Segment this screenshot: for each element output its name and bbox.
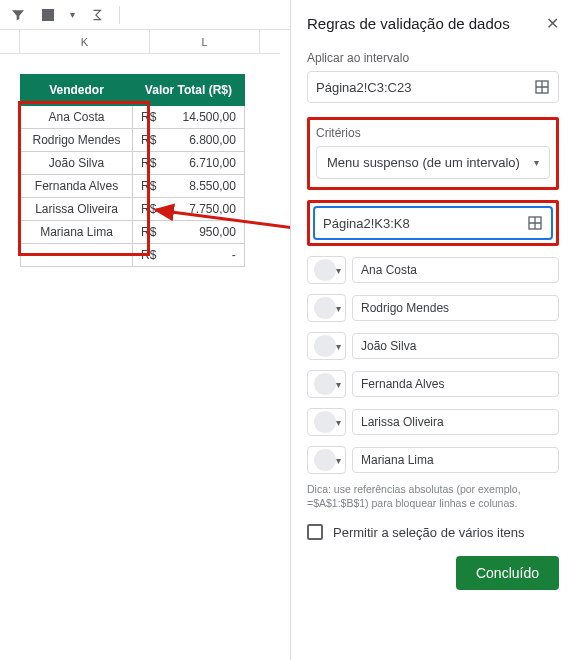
- filter-icon[interactable]: [10, 7, 26, 23]
- checkbox-icon: [307, 524, 323, 540]
- table-row[interactable]: Fernanda AlvesR$8.550,00: [21, 175, 245, 198]
- option-row: ▾ João Silva: [307, 332, 559, 360]
- option-row: ▾ Larissa Oliveira: [307, 408, 559, 436]
- column-headers: K L: [0, 30, 280, 54]
- validation-panel: Regras de validação de dados ✕ Aplicar a…: [290, 0, 575, 660]
- th-vendedor: Vendedor: [21, 75, 133, 106]
- option-name[interactable]: Rodrigo Mendes: [352, 295, 559, 321]
- color-swatch: [314, 373, 336, 395]
- color-swatch: [314, 259, 336, 281]
- multi-select-checkbox[interactable]: Permitir a seleção de vários itens: [307, 524, 559, 540]
- option-name[interactable]: Larissa Oliveira: [352, 409, 559, 435]
- color-swatch-dropdown[interactable]: ▾: [307, 446, 346, 474]
- panel-title: Regras de validação de dados: [307, 15, 510, 32]
- hint-text: Dica: use referências absolutas (por exe…: [307, 482, 559, 510]
- separator: [119, 6, 120, 24]
- column-header-k[interactable]: K: [20, 30, 150, 53]
- apply-range-label: Aplicar ao intervalo: [307, 51, 559, 65]
- options-list: ▾ Ana Costa ▾ Rodrigo Mendes ▾ João Silv…: [307, 256, 559, 474]
- option-name[interactable]: Fernanda Alves: [352, 371, 559, 397]
- multi-select-label: Permitir a seleção de vários itens: [333, 525, 524, 540]
- spreadsheet-area: K L Vendedor Valor Total (R$) Ana CostaR…: [0, 30, 280, 660]
- grid-select-icon[interactable]: [534, 79, 550, 95]
- option-row: ▾ Ana Costa: [307, 256, 559, 284]
- table-row[interactable]: Mariana LimaR$950,00: [21, 221, 245, 244]
- sigma-icon[interactable]: [89, 7, 105, 23]
- option-name[interactable]: João Silva: [352, 333, 559, 359]
- apply-range-value: Página2!C3:C23: [316, 80, 411, 95]
- column-header-l[interactable]: L: [150, 30, 260, 53]
- table-icon[interactable]: [40, 7, 56, 23]
- color-swatch-dropdown[interactable]: ▾: [307, 256, 346, 284]
- color-swatch-dropdown[interactable]: ▾: [307, 408, 346, 436]
- grid-select-icon[interactable]: [527, 215, 543, 231]
- chevron-down-icon: ▾: [534, 157, 539, 168]
- table-row[interactable]: R$-: [21, 244, 245, 267]
- color-swatch: [314, 449, 336, 471]
- chevron-down-icon[interactable]: ▾: [70, 9, 75, 20]
- option-row: ▾ Fernanda Alves: [307, 370, 559, 398]
- color-swatch: [314, 297, 336, 319]
- color-swatch-dropdown[interactable]: ▾: [307, 332, 346, 360]
- color-swatch-dropdown[interactable]: ▾: [307, 294, 346, 322]
- source-range-field[interactable]: Página2!K3:K8: [313, 206, 553, 240]
- option-name[interactable]: Mariana Lima: [352, 447, 559, 473]
- table-row[interactable]: João SilvaR$6.710,00: [21, 152, 245, 175]
- table-row[interactable]: Larissa OliveiraR$7.750,00: [21, 198, 245, 221]
- done-button[interactable]: Concluído: [456, 556, 559, 590]
- option-name[interactable]: Ana Costa: [352, 257, 559, 283]
- color-swatch: [314, 411, 336, 433]
- table-row[interactable]: Ana CostaR$14.500,00: [21, 106, 245, 129]
- color-swatch-dropdown[interactable]: ▾: [307, 370, 346, 398]
- option-row: ▾ Mariana Lima: [307, 446, 559, 474]
- table-row[interactable]: Rodrigo MendesR$6.800,00: [21, 129, 245, 152]
- criteria-value: Menu suspenso (de um intervalo): [327, 155, 520, 170]
- data-table: Vendedor Valor Total (R$) Ana CostaR$14.…: [20, 74, 245, 267]
- close-icon[interactable]: ✕: [546, 14, 559, 33]
- th-valor: Valor Total (R$): [133, 75, 245, 106]
- option-row: ▾ Rodrigo Mendes: [307, 294, 559, 322]
- source-range-highlight: Página2!K3:K8: [307, 200, 559, 246]
- criteria-highlight: Critérios Menu suspenso (de um intervalo…: [307, 117, 559, 190]
- apply-range-field[interactable]: Página2!C3:C23: [307, 71, 559, 103]
- source-range-value: Página2!K3:K8: [323, 216, 410, 231]
- table-header-row: Vendedor Valor Total (R$): [21, 75, 245, 106]
- criteria-label: Critérios: [316, 126, 550, 140]
- color-swatch: [314, 335, 336, 357]
- criteria-dropdown[interactable]: Menu suspenso (de um intervalo) ▾: [316, 146, 550, 179]
